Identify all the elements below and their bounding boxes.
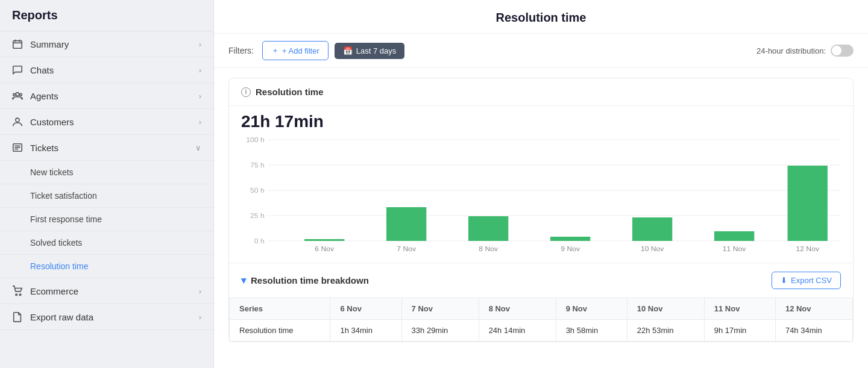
col-header-7nov: 7 Nov: [401, 298, 479, 320]
bar-10nov: [632, 217, 672, 241]
table-header-row: Series 6 Nov 7 Nov 8 Nov 9 Nov 10 Nov 11…: [230, 298, 853, 320]
sidebar-subitem-resolution-time[interactable]: Resolution time: [0, 255, 213, 278]
tickets-subitems: New tickets Ticket satisfaction First re…: [0, 161, 213, 278]
chart-big-value: 21h 17min: [229, 106, 853, 134]
sidebar-item-agents-label: Agents: [30, 91, 58, 101]
sidebar-subitem-first-response-time[interactable]: First response time: [0, 208, 213, 231]
sidebar: Reports Summary › Chats › Agents ›: [0, 0, 214, 368]
chevron-right-icon: ›: [199, 313, 201, 322]
calendar-icon: [12, 39, 23, 49]
svg-point-12: [16, 294, 17, 296]
filters-label: Filters:: [228, 46, 254, 55]
bar-6nov: [304, 239, 344, 241]
chevron-right-icon: ›: [199, 92, 201, 101]
breakdown-title: Resolution time breakdown: [251, 275, 369, 285]
table-cell-7nov: 33h 29min: [401, 320, 479, 341]
page-title: Resolution time: [214, 0, 868, 34]
customer-icon: [12, 116, 23, 127]
sidebar-item-customers[interactable]: Customers ›: [0, 109, 213, 135]
calendar-filter-icon: 📅: [343, 46, 353, 55]
breakdown-table: Series 6 Nov 7 Nov 8 Nov 9 Nov 10 Nov 11…: [229, 298, 853, 341]
distribution-toggle-container: 24-hour distribution:: [756, 45, 854, 57]
sidebar-item-summary[interactable]: Summary ›: [0, 31, 213, 57]
tickets-icon: [12, 142, 23, 153]
chevron-right-icon: ›: [199, 66, 201, 75]
svg-text:50 h: 50 h: [250, 187, 265, 194]
sidebar-item-chats-label: Chats: [30, 65, 54, 75]
table-cell-9nov: 3h 58min: [556, 320, 627, 341]
filters-bar: Filters: ＋ + Add filter 📅 Last 7 days 24…: [214, 34, 868, 68]
svg-text:75 h: 75 h: [250, 162, 265, 169]
export-csv-button[interactable]: ⬇ Export CSV: [772, 272, 841, 289]
add-filter-button[interactable]: ＋ + Add filter: [262, 41, 329, 60]
breakdown-table-container: Series 6 Nov 7 Nov 8 Nov 9 Nov 10 Nov 11…: [229, 298, 853, 341]
svg-point-7: [16, 118, 19, 122]
breakdown-header[interactable]: ▾ Resolution time breakdown ⬇ Export CSV: [229, 263, 853, 298]
col-header-8nov: 8 Nov: [479, 298, 556, 320]
bar-9nov: [550, 237, 590, 241]
chat-icon: [12, 64, 23, 75]
main-content: Resolution time Filters: ＋ + Add filter …: [214, 0, 868, 368]
table-cell-12nov: 74h 34min: [775, 320, 852, 341]
svg-text:9 Nov: 9 Nov: [561, 246, 580, 252]
svg-text:11 Nov: 11 Nov: [723, 246, 746, 252]
chart-title: Resolution time: [256, 87, 324, 97]
bar-8nov: [468, 216, 508, 241]
agents-icon: [12, 90, 23, 101]
table-cell-10nov: 22h 53min: [627, 320, 704, 341]
svg-point-13: [19, 294, 21, 296]
col-header-series: Series: [230, 298, 330, 320]
bar-11nov: [714, 231, 754, 241]
distribution-label: 24-hour distribution:: [756, 46, 826, 55]
svg-text:0 h: 0 h: [254, 238, 265, 245]
sidebar-item-ecommerce[interactable]: Ecommerce ›: [0, 278, 213, 304]
sidebar-item-chats[interactable]: Chats ›: [0, 57, 213, 83]
svg-point-6: [20, 93, 22, 96]
sidebar-subitem-new-tickets[interactable]: New tickets: [0, 161, 213, 184]
sidebar-item-export-raw-data-label: Export raw data: [30, 312, 93, 322]
svg-point-5: [13, 93, 16, 96]
chevron-right-icon: ›: [199, 40, 201, 49]
table-cell-8nov: 24h 14min: [479, 320, 556, 341]
sidebar-item-agents[interactable]: Agents ›: [0, 83, 213, 109]
date-range-button[interactable]: 📅 Last 7 days: [335, 43, 405, 59]
sidebar-item-tickets-label: Tickets: [30, 143, 58, 153]
plus-icon: ＋: [271, 45, 279, 56]
download-icon: ⬇: [781, 276, 787, 285]
svg-text:6 Nov: 6 Nov: [315, 246, 334, 252]
table-row: Resolution time 1h 34min 33h 29min 24h 1…: [230, 320, 853, 341]
info-icon: i: [241, 87, 251, 97]
svg-rect-0: [13, 41, 22, 49]
breakdown-header-left: ▾ Resolution time breakdown: [241, 275, 369, 286]
col-header-11nov: 11 Nov: [704, 298, 775, 320]
chevron-right-icon: ›: [199, 287, 201, 296]
chevron-down-breakdown-icon: ▾: [241, 275, 246, 286]
sidebar-item-export-raw-data[interactable]: Export raw data ›: [0, 304, 213, 330]
table-cell-11nov: 9h 17min: [704, 320, 775, 341]
svg-text:8 Nov: 8 Nov: [479, 246, 498, 252]
sidebar-item-summary-label: Summary: [30, 39, 69, 49]
col-header-6nov: 6 Nov: [330, 298, 401, 320]
sidebar-subitem-ticket-satisfaction[interactable]: Ticket satisfaction: [0, 184, 213, 208]
svg-text:7 Nov: 7 Nov: [397, 246, 416, 252]
svg-text:100 h: 100 h: [246, 137, 264, 143]
bar-chart-svg: 100 h 75 h 50 h 25 h 0 h 6 Nov 7 Nov 8 N…: [241, 134, 841, 254]
cart-icon: [12, 285, 23, 296]
svg-text:25 h: 25 h: [250, 213, 265, 219]
filters-left: Filters: ＋ + Add filter 📅 Last 7 days: [228, 41, 404, 60]
file-icon: [12, 311, 23, 322]
chevron-right-icon: ›: [199, 117, 201, 126]
chart-area: 100 h 75 h 50 h 25 h 0 h 6 Nov 7 Nov 8 N…: [229, 134, 853, 263]
sidebar-subitem-solved-tickets[interactable]: Solved tickets: [0, 231, 213, 255]
sidebar-item-customers-label: Customers: [30, 117, 74, 127]
distribution-toggle-switch[interactable]: [831, 45, 854, 57]
sidebar-item-ecommerce-label: Ecommerce: [30, 286, 78, 296]
chart-card: i Resolution time 21h 17min 100 h 75 h 5…: [228, 78, 854, 342]
col-header-10nov: 10 Nov: [627, 298, 704, 320]
sidebar-item-tickets[interactable]: Tickets ∨: [0, 135, 213, 161]
sidebar-title: Reports: [0, 0, 213, 31]
table-cell-series: Resolution time: [230, 320, 330, 341]
chart-header: i Resolution time: [229, 78, 853, 106]
table-cell-6nov: 1h 34min: [330, 320, 401, 341]
col-header-12nov: 12 Nov: [775, 298, 852, 320]
